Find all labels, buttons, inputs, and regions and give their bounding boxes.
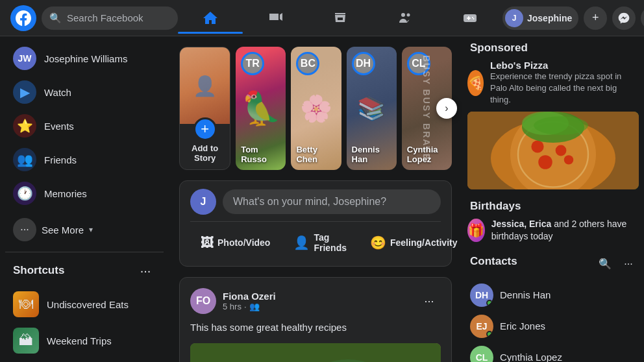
photo-video-button[interactable]: 🖼 Photo/Video	[190, 227, 280, 258]
sidebar-item-memories[interactable]: 🕐 Memories	[5, 176, 164, 210]
svg-point-22	[538, 155, 552, 169]
memories-icon: 🕐	[13, 182, 36, 205]
search-input[interactable]	[67, 12, 170, 23]
contact-cynthia-lopez[interactable]: CL Cynthia Lopez	[467, 342, 639, 362]
post-author-name: Fiona Ozeri	[223, 291, 411, 302]
user-sidebar-avatar: JW	[13, 47, 36, 70]
post-privacy-icon: 👥	[249, 302, 260, 311]
story-add-bg: 👤	[180, 47, 230, 124]
shortcuts-more-button[interactable]: ···	[135, 260, 156, 281]
sidebar-user-name: Josephine Williams	[44, 53, 127, 64]
post-more-button[interactable]: ···	[417, 289, 441, 313]
search-icon: 🔍	[49, 12, 62, 24]
sidebar-item-events[interactable]: ⭐ Events	[5, 109, 164, 143]
contact-cynthia-name: Cynthia Lopez	[500, 352, 562, 362]
nav-groups-button[interactable]	[373, 3, 438, 34]
shortcuts-title: Shortcuts	[13, 264, 64, 277]
sponsored-card: Sponsored 🍕 Lebo's Pizza Experience the …	[467, 42, 639, 189]
post-privacy-dot: ·	[244, 302, 247, 311]
facebook-logo[interactable]	[10, 5, 36, 31]
story-tom-russo[interactable]: TR 🦜 Tom Russo	[236, 47, 286, 170]
contact-dennis-han[interactable]: DH Dennis Han	[467, 280, 639, 311]
post-time: 5 hrs	[223, 302, 242, 311]
story-dennis-name: Dennis Han	[352, 145, 391, 165]
sponsored-header: 🍕 Lebo's Pizza Experience the trendy piz…	[467, 60, 639, 106]
shortcut-undiscovered-eats[interactable]: 🍽 Undiscovered Eats	[5, 286, 164, 322]
contact-eric-jones[interactable]: EJ Eric Jones	[467, 311, 639, 342]
svg-point-1	[407, 13, 410, 16]
nav-marketplace-button[interactable]	[308, 3, 373, 34]
sidebar-events-label: Events	[44, 121, 74, 132]
shortcut-weekend-trips[interactable]: 🏔 Weekend Trips	[5, 322, 164, 359]
sponsor-name[interactable]: Lebo's Pizza	[490, 60, 639, 71]
main-layout: JW Josephine Williams ▶ Watch ⭐ Events 👥…	[0, 0, 644, 362]
stories-next-icon: ›	[445, 103, 448, 114]
user-avatar: J	[505, 9, 523, 27]
sidebar-item-user[interactable]: JW Josephine Williams	[5, 42, 164, 75]
notifications-button[interactable]	[641, 6, 644, 30]
post-composer: J What's on your mind, Josephine? 🖼 Phot…	[179, 180, 452, 267]
shortcut-mountain-icon: 🏔	[13, 328, 39, 354]
composer-avatar: J	[190, 189, 216, 215]
story-dennis-han[interactable]: DH 📚 Dennis Han	[347, 47, 397, 170]
stories-next-button[interactable]: ›	[436, 98, 457, 119]
birthday-row: 🎁 Jessica, Erica and 2 others have birth…	[467, 218, 639, 243]
sidebar-divider	[5, 252, 164, 252]
post-text: This has some great healthy recipes	[190, 320, 441, 335]
events-icon: ⭐	[13, 114, 36, 138]
tag-friends-button[interactable]: 👤 Tag Friends	[283, 227, 357, 258]
watch-icon: ▶	[13, 80, 36, 104]
svg-point-21	[556, 145, 567, 156]
shortcut-jaspers-market[interactable]: 🌿 Jasper's Market	[5, 359, 164, 362]
see-more-label: See More	[42, 224, 84, 235]
nav-gaming-button[interactable]	[438, 3, 502, 34]
composer-input[interactable]: What's on your mind, Josephine?	[223, 189, 441, 214]
add-button[interactable]: +	[584, 6, 607, 30]
story-add-circle-icon: +	[193, 117, 217, 141]
feed: 👤 + Add toStory TR 🦜 Tom Russo BC	[169, 36, 462, 362]
contact-eric-name: Eric Jones	[500, 320, 545, 332]
story-betty-name: Betty Chen	[296, 145, 336, 165]
story-betty-chen[interactable]: BC 🌸 Betty Chen	[291, 47, 341, 170]
user-chip[interactable]: J Josephine	[502, 6, 578, 30]
feeling-icon: 😊	[370, 235, 386, 250]
feed-post-1: FO Fiona Ozeri 5 hrs · 👥 ··· This has so…	[179, 277, 452, 362]
contact-eric-online-dot	[486, 331, 493, 337]
composer-divider	[190, 221, 441, 222]
post-actions-row: 🖼 Photo/Video 👤 Tag Friends 😊 Feeling/Ac…	[190, 227, 441, 258]
see-more-icon: ···	[13, 218, 36, 241]
shortcut-weekend-trips-label: Weekend Trips	[47, 335, 112, 346]
nav-video-button[interactable]	[243, 3, 308, 34]
topnav-left: 🔍	[10, 5, 178, 31]
svg-point-20	[531, 140, 543, 152]
story-add-bottom: + Add toStory	[189, 124, 221, 169]
sidebar-watch-label: Watch	[44, 87, 71, 98]
sidebar-friends-label: Friends	[44, 154, 77, 165]
sponsor-image	[467, 112, 639, 189]
story-add-card[interactable]: 👤 + Add toStory	[179, 47, 230, 170]
post-meta: Fiona Ozeri 5 hrs · 👥	[223, 291, 411, 311]
nav-home-button[interactable]	[178, 3, 243, 34]
shortcut-undiscovered-eats-label: Undiscovered Eats	[47, 299, 129, 310]
search-bar[interactable]: 🔍	[42, 6, 178, 30]
contacts-search-button[interactable]: 🔍	[595, 254, 615, 274]
post-composer-top: J What's on your mind, Josephine?	[190, 189, 441, 215]
svg-point-0	[401, 13, 405, 17]
sidebar-right: Sponsored 🍕 Lebo's Pizza Experience the …	[462, 36, 644, 362]
friends-icon: 👥	[13, 148, 36, 171]
sidebar-item-friends[interactable]: 👥 Friends	[5, 143, 164, 176]
svg-point-27	[534, 116, 588, 135]
contacts-actions: 🔍 ···	[595, 254, 639, 274]
post-image	[190, 343, 441, 363]
feeling-button[interactable]: 😊 Feeling/Activity	[360, 227, 462, 258]
see-more-button[interactable]: ··· See More ▾	[5, 213, 164, 247]
contacts-more-button[interactable]: ···	[618, 254, 639, 274]
sidebar-left: JW Josephine Williams ▶ Watch ⭐ Events 👥…	[0, 36, 169, 362]
sidebar-memories-label: Memories	[44, 188, 87, 199]
shortcut-food-icon: 🍽	[13, 291, 39, 317]
topnav-center	[178, 3, 502, 34]
sidebar-item-watch[interactable]: ▶ Watch	[5, 75, 164, 109]
birthday-names: Jessica, Erica	[491, 219, 552, 229]
sponsor-info: Lebo's Pizza Experience the trendy pizza…	[490, 60, 639, 106]
messenger-button[interactable]	[612, 6, 636, 30]
